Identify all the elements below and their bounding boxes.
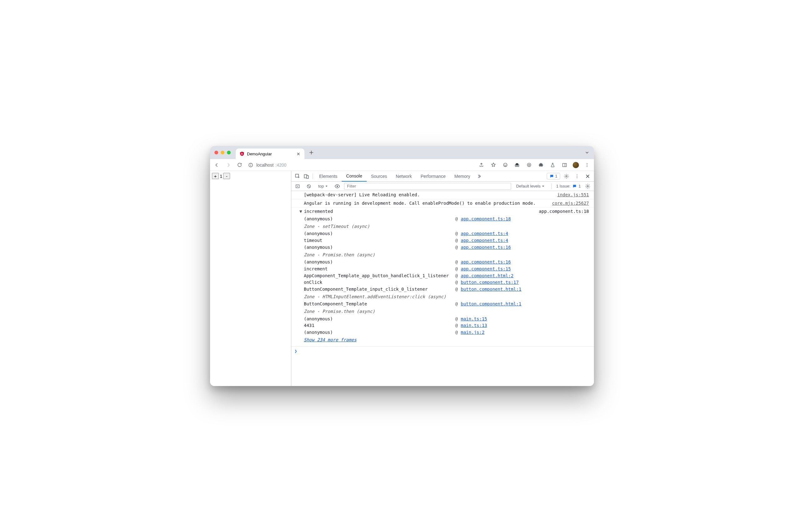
nav-back-button[interactable]	[213, 161, 221, 169]
frame-source-link[interactable]: app.component.html:2	[461, 272, 594, 280]
nav-reload-button[interactable]	[236, 161, 243, 169]
more-tabs-button[interactable]	[475, 172, 483, 180]
labs-flask-icon[interactable]	[549, 161, 556, 169]
log-levels-select[interactable]: Default levels	[514, 183, 547, 190]
devtools-close-icon[interactable]	[583, 172, 592, 180]
source-link[interactable]: app.component.ts:18	[539, 208, 589, 215]
frame-function: 4431	[304, 322, 454, 329]
console-output: [webpack-dev-server] Live Reloading enab…	[291, 191, 594, 386]
frame-function: (anonymous)	[304, 259, 454, 266]
omnibox[interactable]: localhost:4200	[247, 161, 286, 169]
trace-label: incremented	[304, 208, 539, 215]
zone-divider: Zone - Promise.then (async)	[291, 251, 594, 259]
devtools-kebab-icon[interactable]	[573, 172, 581, 180]
decrement-button[interactable]: -	[223, 173, 230, 179]
message-text: [webpack-dev-server] Live Reloading enab…	[304, 192, 554, 198]
tab-title: DemoAngular	[247, 152, 272, 156]
console-prompt[interactable]: ❯	[291, 347, 594, 356]
url-host: localhost	[256, 163, 273, 168]
extension-icon-2[interactable]	[525, 161, 533, 169]
incognito-icon[interactable]	[513, 161, 521, 169]
frame-source-link[interactable]: button.component.html:1	[461, 301, 594, 308]
context-label: top	[318, 184, 324, 189]
divider	[312, 173, 313, 179]
tab-memory[interactable]: Memory	[450, 171, 475, 182]
frame-source-link[interactable]: app.component.ts:16	[461, 244, 594, 251]
devicemode-icon[interactable]	[302, 172, 311, 180]
at-symbol: @	[455, 266, 460, 272]
chrome-menu-button[interactable]	[583, 161, 591, 169]
extension-icon-1[interactable]	[501, 161, 509, 169]
stack-frame: ButtonComponent_Template_input_click_0_l…	[291, 286, 594, 293]
console-filter-input[interactable]	[344, 183, 511, 190]
at-symbol: @	[455, 286, 460, 293]
at-symbol: @	[455, 272, 460, 280]
messages-indicator[interactable]: 1	[547, 173, 560, 179]
message-text: Angular is running in development mode. …	[304, 200, 548, 207]
svg-point-9	[528, 164, 530, 165]
tab-console[interactable]: Console	[342, 171, 366, 182]
inspect-element-icon[interactable]	[293, 172, 302, 180]
tab-network[interactable]: Network	[391, 171, 416, 182]
maximize-window-button[interactable]	[227, 151, 231, 154]
console-settings-icon[interactable]	[583, 182, 592, 191]
divider	[551, 184, 552, 189]
disclosure-triangle-icon[interactable]: ▼	[300, 208, 302, 215]
frame-source-link[interactable]: main.ts:15	[461, 316, 594, 323]
frame-source-link[interactable]: main.js:2	[461, 329, 594, 336]
frame-source-link[interactable]: app.component.ts:4	[461, 230, 594, 237]
close-window-button[interactable]	[214, 151, 218, 154]
frame-source-link[interactable]: main.ts:13	[461, 322, 594, 329]
source-link[interactable]: core.mjs:25627	[552, 200, 589, 207]
tab-performance[interactable]: Performance	[416, 171, 450, 182]
zone-divider: Zone - HTMLInputElement.addEventListener…	[291, 293, 594, 301]
devtools-tabbar: Elements Console Sources Network Perform…	[291, 171, 594, 182]
frame-function: onClick	[304, 279, 454, 286]
frame-function: (anonymous)	[304, 244, 454, 251]
share-icon[interactable]	[478, 161, 485, 169]
frame-source-link[interactable]: app.component.ts:15	[461, 266, 594, 272]
frame-source-link[interactable]: button.component.html:1	[461, 286, 594, 293]
tab-close-button[interactable]	[296, 151, 301, 156]
frame-source-link[interactable]: app.component.ts:4	[461, 237, 594, 244]
profile-avatar[interactable]	[573, 162, 579, 168]
svg-point-6	[515, 165, 517, 167]
site-info-icon[interactable]	[247, 161, 254, 169]
tab-elements[interactable]: Elements	[315, 171, 342, 182]
show-more-frames-link[interactable]: Show 234 more frames	[291, 336, 594, 345]
svg-point-5	[505, 164, 506, 165]
frame-source-link[interactable]: app.component.ts:16	[461, 259, 594, 266]
live-expression-eye-icon[interactable]	[333, 182, 342, 191]
sidepanel-icon[interactable]	[561, 161, 568, 169]
trace-header[interactable]: ▼ incremented app.component.ts:18	[291, 208, 594, 216]
increment-button[interactable]: +	[212, 173, 219, 179]
issues-indicator[interactable]: 1 Issue: 1	[556, 184, 581, 189]
extensions-puzzle-icon[interactable]	[537, 161, 544, 169]
at-symbol: @	[455, 301, 460, 308]
source-link[interactable]: index.js:551	[557, 192, 589, 198]
stack-frame: timeout@app.component.ts:4	[291, 237, 594, 244]
console-message: Angular is running in development mode. …	[291, 200, 594, 208]
frame-source-link[interactable]: button.component.ts:17	[461, 279, 594, 286]
frame-source-link[interactable]: app.component.ts:18	[461, 216, 594, 223]
minimize-window-button[interactable]	[221, 151, 225, 154]
svg-rect-10	[563, 163, 567, 167]
execution-context-select[interactable]: top	[316, 183, 330, 190]
browser-tab[interactable]: DemoAngular	[236, 149, 305, 159]
frame-function: ButtonComponent_Template	[304, 301, 454, 308]
svg-point-12	[587, 163, 587, 164]
nav-forward-button[interactable]	[225, 161, 232, 169]
new-tab-button[interactable]	[307, 148, 316, 157]
clear-console-icon[interactable]	[305, 182, 313, 191]
stack-frame: 4431@main.ts:13	[291, 322, 594, 329]
devtools-panel: Elements Console Sources Network Perform…	[291, 171, 594, 386]
devtools-settings-icon[interactable]	[562, 172, 571, 180]
bookmark-star-icon[interactable]	[490, 161, 497, 169]
svg-point-4	[504, 164, 505, 165]
stack-frame: (anonymous)@main.js:2	[291, 329, 594, 336]
tabstrip-caret-button[interactable]	[583, 148, 591, 157]
tab-sources[interactable]: Sources	[367, 171, 391, 182]
at-symbol: @	[455, 322, 460, 329]
toggle-sidebar-icon[interactable]	[293, 182, 302, 191]
tabstrip: DemoAngular	[210, 146, 594, 159]
